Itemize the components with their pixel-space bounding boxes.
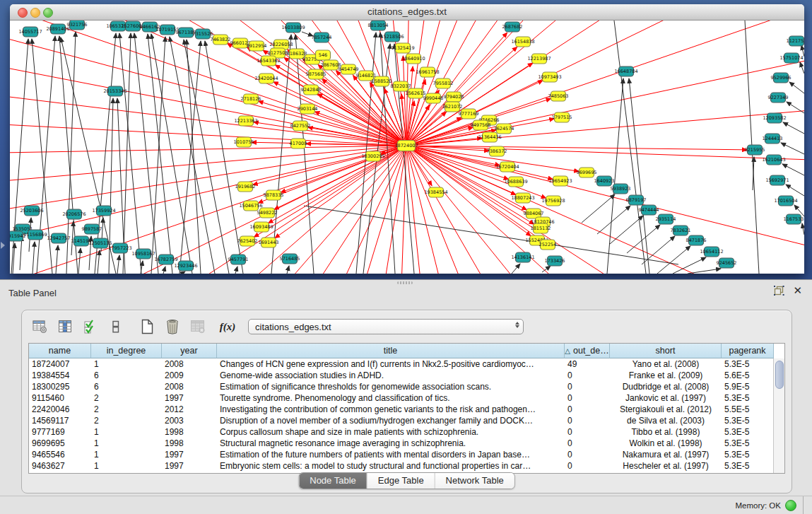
network-node[interactable]: 5498222 [257, 208, 278, 218]
network-node[interactable]: 9227349 [768, 93, 789, 103]
column-header-in_degree[interactable]: in_degree [91, 344, 162, 358]
table-scrollbar-thumb[interactable] [775, 361, 784, 389]
network-node[interactable]: 9990448 [423, 93, 444, 103]
column-header-year[interactable]: year [162, 344, 217, 358]
table-cell[interactable]: 9777169 [29, 426, 91, 438]
table-row[interactable]: 911546021997Tourette syndrome. Phenomeno… [29, 392, 784, 404]
table-cell[interactable]: 5.3E-5 [722, 426, 774, 438]
table-cell[interactable]: Estimation of significance thresholds fo… [217, 381, 565, 392]
table-cell[interactable]: 1997 [162, 392, 217, 404]
table-cell[interactable]: Investigating the contribution of common… [217, 404, 565, 415]
column-header-name[interactable]: name [29, 344, 91, 358]
column-header-title[interactable]: title [217, 344, 565, 358]
tab-edge-table[interactable]: Edge Table [367, 473, 435, 489]
network-node[interactable]: 5878335 [264, 190, 284, 200]
close-panel-icon[interactable]: ✕ [793, 286, 802, 296]
table-cell[interactable]: 1 [91, 358, 162, 370]
network-node[interactable]: 7463822 [211, 35, 231, 45]
table-cell[interactable]: 0 [565, 449, 610, 460]
new-table-icon[interactable] [139, 319, 155, 334]
table-scrollbar[interactable] [773, 358, 784, 473]
table-cell[interactable]: Wolkin et al. (1998) [610, 438, 722, 449]
table-row[interactable]: 946362711997Embryonic stem cells: a mode… [29, 460, 784, 472]
column-header-out_de[interactable]: △out_de… [565, 344, 610, 358]
network-canvas[interactable]: 1872400714055717208914069321756106532871… [10, 21, 804, 274]
network-node[interactable]: 7832621 [671, 226, 691, 235]
network-node[interactable]: 17359924 [92, 206, 115, 216]
network-node[interactable]: 12213987 [527, 54, 551, 64]
network-node[interactable]: 9699695 [577, 168, 597, 177]
table-cell[interactable]: 9465546 [29, 449, 91, 460]
network-node[interactable]: 20206576 [62, 209, 86, 219]
table-cell[interactable]: 1998 [162, 426, 217, 438]
table-cell[interactable]: 9115460 [29, 392, 91, 404]
table-row[interactable]: 977716911998Corpus callosum shape and si… [29, 426, 784, 438]
table-cell[interactable]: 0 [565, 370, 610, 381]
table-cell[interactable]: Dudbridge et al. (2008) [610, 381, 722, 392]
table-cell[interactable]: 2 [91, 392, 162, 404]
table-cell[interactable]: 1997 [162, 460, 217, 472]
panel-splitter-handle[interactable] [397, 281, 413, 284]
float-panel-icon[interactable] [774, 286, 784, 296]
table-cell[interactable]: 0 [565, 426, 610, 438]
network-node[interactable]: 16961758 [416, 67, 439, 77]
table-cell[interactable]: 2012 [162, 404, 217, 415]
node-attribute-table[interactable]: namein_degreeyeartitle△out_de…shortpager… [28, 343, 785, 474]
table-cell[interactable]: Disruption of a novel member of a sodium… [217, 415, 565, 426]
deselect-rows-icon[interactable] [108, 319, 124, 334]
network-node[interactable]: 9457791 [228, 255, 249, 264]
select-all-rows-icon[interactable] [83, 319, 98, 334]
memory-status-icon[interactable] [785, 500, 796, 511]
table-cell[interactable]: 2009 [162, 370, 217, 381]
network-node[interactable]: 16154838 [511, 37, 534, 47]
network-node[interactable]: 7485063 [548, 91, 569, 101]
table-cell[interactable]: 9463627 [29, 460, 91, 472]
network-node[interactable]: 9529966 [771, 73, 792, 83]
table-row[interactable]: 969969511998Structural magnetic resonanc… [29, 438, 784, 449]
table-cell[interactable]: 18300295 [29, 381, 91, 392]
table-type-tabs[interactable]: Node TableEdge TableNetwork Table [298, 472, 515, 489]
network-nodes[interactable]: 1872400714055717208914069321756106532871… [10, 21, 804, 271]
table-cell[interactable]: Tourette syndrome. Phenomenology and cla… [217, 392, 565, 404]
network-node[interactable]: 19384554 [424, 187, 447, 197]
network-node[interactable]: 10973493 [538, 72, 561, 82]
network-node[interactable]: 5716485 [280, 254, 300, 264]
network-node[interactable]: 252254 [539, 240, 557, 250]
table-cell[interactable]: 0 [565, 381, 610, 392]
network-node[interactable]: 1010755 [234, 137, 254, 147]
table-selector-dropdown[interactable]: citations_edges.txt [248, 319, 524, 334]
network-node[interactable]: 10958167 [131, 249, 155, 259]
network-node[interactable]: 9474444 [639, 205, 659, 215]
network-node[interactable]: 17016504 [774, 196, 797, 206]
network-node[interactable]: 16720404 [495, 162, 519, 172]
network-view-window[interactable]: citations_edges.txt 18724007140557172089… [10, 4, 804, 274]
table-row[interactable]: 1938455462009Genome-wide association stu… [29, 370, 784, 381]
network-node[interactable]: 10654112 [700, 247, 723, 257]
network-node[interactable]: 7955812 [433, 78, 454, 88]
column-header-pagerank[interactable]: pagerank [722, 344, 774, 358]
network-node[interactable]: 9794028 [444, 92, 464, 102]
tab-network-table[interactable]: Network Table [435, 473, 514, 489]
network-node[interactable]: 1588520 [372, 76, 392, 86]
table-cell[interactable]: de Silva et al. (2003) [610, 415, 722, 426]
table-cell[interactable]: Hescheler et al. (1997) [610, 460, 722, 472]
network-node[interactable]: 15692971 [765, 175, 789, 185]
network-node[interactable]: 8215955 [745, 145, 765, 155]
network-node[interactable]: 23420044 [254, 74, 278, 83]
network-node[interactable]: 18640910 [401, 54, 425, 64]
table-cell[interactable]: Genome-wide association studies in ADHD. [217, 370, 565, 381]
table-cell[interactable]: 1 [91, 438, 162, 449]
table-cell[interactable]: Corpus callosum shape and size in male p… [217, 426, 565, 438]
network-node[interactable]: 1640923 [594, 176, 615, 186]
network-node[interactable]: 9242848 [301, 85, 322, 95]
table-row[interactable]: 1872400712008Changes of HCN gene express… [29, 358, 784, 370]
network-node[interactable]: 2718126 [241, 94, 261, 104]
table-cell[interactable]: 14569117 [29, 415, 91, 426]
table-cell[interactable]: Yano et al. (2008) [610, 358, 722, 370]
table-row[interactable]: 1456911722003Disruption of a novel membe… [29, 415, 784, 426]
network-node[interactable]: 16093489 [249, 222, 273, 232]
table-cell[interactable]: 0 [565, 415, 610, 426]
network-node[interactable]: 9912954 [247, 41, 267, 51]
network-node[interactable]: 9497568 [471, 120, 491, 130]
network-node[interactable]: 1797515 [552, 112, 572, 122]
